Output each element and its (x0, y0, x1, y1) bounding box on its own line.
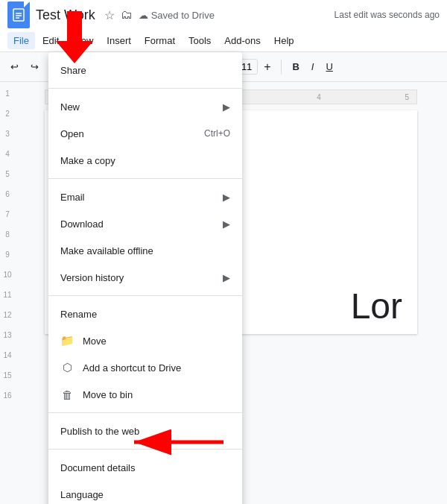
language-label: Language (60, 489, 104, 500)
svg-rect-0 (13, 9, 24, 21)
file-dropdown-menu: Share New ▶ Open Ctrl+O Make a copy Emai… (48, 52, 242, 504)
page-big-text: Lor (351, 286, 402, 327)
menu-item-doc-details[interactable]: Document details (48, 454, 242, 481)
doc-details-label: Document details (60, 462, 135, 473)
menu-item-open[interactable]: Open Ctrl+O (48, 120, 242, 147)
menu-item-rename[interactable]: Rename (48, 300, 242, 327)
increase-font-button[interactable]: + (259, 57, 275, 77)
star-icon[interactable]: ☆ (104, 8, 115, 22)
email-arrow-icon: ▶ (223, 192, 230, 203)
menu-item-language[interactable]: Language (48, 481, 242, 504)
menu-item-add-shortcut[interactable]: ⬡ Add a shortcut to Drive (48, 354, 242, 381)
download-arrow-icon: ▶ (223, 218, 230, 230)
open-shortcut: Ctrl+O (204, 128, 230, 139)
menu-item-share[interactable]: Share (48, 57, 242, 84)
divider-5 (48, 449, 242, 450)
menu-view[interactable]: View (66, 32, 99, 49)
ruler-left: 1 2 3 4 5 6 7 8 9 10 11 12 13 14 15 16 (0, 82, 15, 504)
menu-item-download[interactable]: Download ▶ (48, 210, 242, 237)
menu-item-make-copy[interactable]: Make a copy (48, 147, 242, 174)
menu-addons[interactable]: Add-ons (218, 32, 266, 49)
folder-icon[interactable]: 🗂 (121, 8, 133, 22)
divider-4 (48, 412, 242, 413)
menu-tools[interactable]: Tools (183, 32, 217, 49)
menu-item-publish[interactable]: Publish to the web (48, 418, 242, 444)
title-bar: Test Work ☆ 🗂 ☁ Saved to Drive Last edit… (0, 0, 447, 30)
add-shortcut-label: Add a shortcut to Drive (83, 362, 181, 374)
menu-item-move[interactable]: 📁 Move (48, 327, 242, 354)
menu-item-version-history[interactable]: Version history ▶ (48, 264, 242, 291)
open-label: Open (60, 128, 84, 139)
email-label: Email (60, 192, 85, 203)
cloud-icon: ☁ (139, 10, 148, 21)
menu-help[interactable]: Help (268, 32, 300, 49)
last-edit-text: Last edit was seconds ago (335, 10, 440, 20)
menu-file[interactable]: File (7, 32, 35, 49)
trash-icon: 🗑 (60, 388, 74, 401)
drive-icon: ⬡ (60, 361, 74, 374)
saved-status: ☁ Saved to Drive (139, 10, 215, 21)
version-history-arrow-icon: ▶ (223, 272, 230, 283)
toolbar-separator-4 (281, 60, 282, 75)
move-label: Move (83, 336, 107, 347)
publish-label: Publish to the web (60, 426, 139, 437)
move-to-bin-label: Move to bin (83, 389, 133, 400)
undo-button[interactable]: ↩ (6, 58, 23, 75)
menu-insert[interactable]: Insert (101, 32, 137, 49)
divider-3 (48, 295, 242, 296)
share-label: Share (60, 65, 86, 76)
menu-item-move-to-bin[interactable]: 🗑 Move to bin (48, 381, 242, 408)
divider-1 (48, 88, 242, 89)
divider-2 (48, 178, 242, 179)
rename-label: Rename (60, 309, 97, 320)
underline-button[interactable]: U (321, 58, 337, 75)
bold-button[interactable]: B (288, 58, 303, 75)
doc-icon (7, 1, 30, 28)
make-offline-label: Make available offline (60, 245, 153, 256)
menu-item-new[interactable]: New ▶ (48, 93, 242, 120)
menu-item-email[interactable]: Email ▶ (48, 183, 242, 210)
title-icons: ☆ 🗂 (104, 8, 133, 22)
italic-button[interactable]: I (307, 58, 319, 75)
menu-edit[interactable]: Edit (37, 32, 65, 49)
menu-format[interactable]: Format (139, 32, 181, 49)
download-label: Download (60, 218, 104, 230)
document-title: Test Work (36, 7, 95, 23)
menu-item-make-offline[interactable]: Make available offline (48, 237, 242, 264)
redo-button[interactable]: ↪ (26, 58, 43, 75)
menu-bar: File Edit View Insert Format Tools Add-o… (0, 30, 447, 52)
new-label: New (60, 101, 80, 113)
new-arrow-icon: ▶ (223, 101, 230, 113)
version-history-label: Version history (60, 272, 124, 283)
make-copy-label: Make a copy (60, 155, 115, 166)
folder-move-icon: 📁 (60, 334, 74, 347)
